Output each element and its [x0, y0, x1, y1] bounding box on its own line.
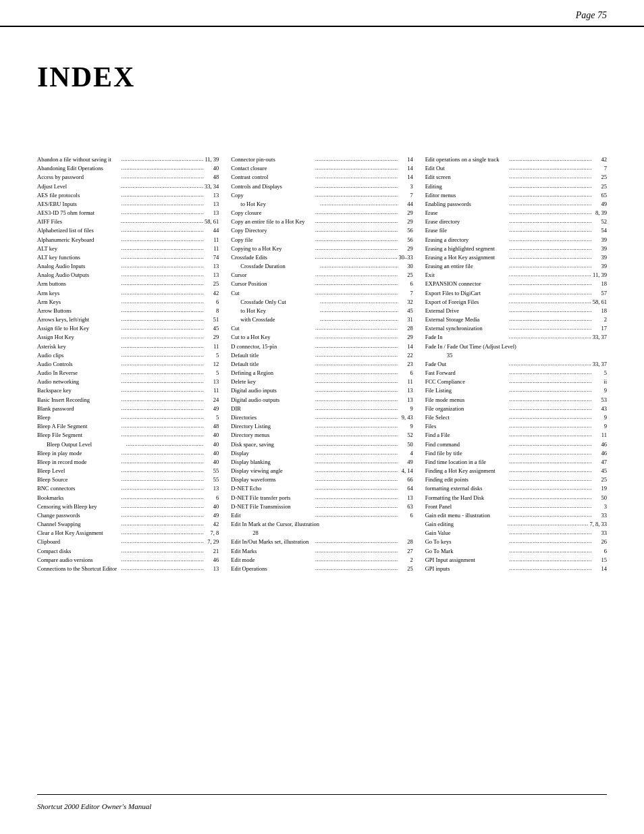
- entry-text: Audio Controls: [37, 360, 120, 369]
- list-item: Compact disks ..........................…: [37, 547, 219, 556]
- list-item: Edit In Mark at the Cursor, illustration: [231, 520, 412, 529]
- list-item: Adjust Level ...........................…: [37, 182, 219, 191]
- entry-page: 52: [593, 217, 607, 226]
- entry-dots: ........................................…: [122, 200, 205, 209]
- entry-text: AES file protocols: [37, 191, 120, 200]
- entry-dots: ........................................…: [122, 405, 205, 413]
- entry-dots: ........................................…: [509, 431, 592, 440]
- list-item: Front Panel ............................…: [425, 502, 607, 511]
- entry-dots: ........................................…: [122, 280, 205, 288]
- entry-page: 25: [593, 475, 607, 484]
- entry-page: 50: [593, 494, 607, 502]
- entry-text: Edit In/Out Marks set, illustration: [231, 538, 314, 546]
- entry-text: Edit In Mark at the Cursor, illustration: [231, 520, 412, 529]
- entry-text: Directories: [231, 413, 314, 422]
- list-item: Erasing a highlighted segment ..........…: [425, 244, 607, 253]
- entry-page: 8: [205, 307, 219, 315]
- entry-text: Channel Swapping: [37, 520, 120, 529]
- list-item: Edit Operations ........................…: [231, 565, 412, 573]
- entry-text: Defining a Region: [231, 369, 314, 377]
- entry-page: 2: [593, 315, 607, 324]
- entry-page: 13: [205, 271, 219, 280]
- list-item: External synchronization ...............…: [425, 324, 607, 333]
- entry-dots: ........................................…: [122, 262, 205, 271]
- entry-page: 13: [205, 484, 219, 493]
- entry-page: 31: [400, 315, 413, 324]
- entry-text: Default title: [231, 360, 314, 369]
- list-item: Erase directory ........................…: [425, 217, 607, 226]
- entry-text: File mode menus: [425, 396, 508, 405]
- entry-text: Connections to the Shortcut Editor: [37, 565, 120, 573]
- entry-dots: ........................................…: [122, 458, 205, 467]
- entry-text: Copying to a Hot Key: [231, 244, 314, 253]
- entry-page: 44: [205, 226, 219, 235]
- entry-text: AIFF Files: [37, 217, 119, 226]
- entry-dots: ........................................…: [122, 253, 205, 262]
- entry-page: 13: [205, 565, 219, 573]
- entry-page: 43: [593, 405, 607, 413]
- entry-page: ii: [593, 377, 607, 386]
- entry-text: Bleep Output Level: [47, 440, 125, 449]
- entry-dots: ........................................…: [126, 440, 205, 449]
- list-item: Finding edit points ....................…: [425, 475, 607, 484]
- list-item: GPI Input assignment ...................…: [425, 556, 607, 565]
- list-item: Editor menus ...........................…: [425, 191, 607, 200]
- entry-text: Copy file: [231, 236, 314, 244]
- entry-text: Abandoning Edit Operations: [37, 164, 120, 173]
- entry-dots: ........................................…: [509, 405, 592, 413]
- entry-dots: ........................................…: [315, 360, 398, 369]
- entry-page: 11: [400, 377, 413, 386]
- list-item: Erasing a Hot Key assignment ...........…: [425, 253, 607, 262]
- entry-page: 2: [400, 556, 413, 565]
- entry-page: 40: [205, 164, 219, 173]
- entry-dots: ........................................…: [509, 529, 592, 538]
- entry-dots: ........................................…: [122, 413, 205, 422]
- list-item: ALT key functions ......................…: [37, 253, 219, 262]
- entry-text: Arrow Buttons: [37, 307, 120, 315]
- entry-dots: ........................................…: [509, 511, 592, 520]
- entry-dots: ........................................…: [122, 342, 205, 351]
- entry-page: 39: [593, 262, 607, 271]
- entry-dots: ........................................…: [509, 422, 592, 431]
- entry-text: Access by password: [37, 173, 120, 182]
- entry-dots: ........................................…: [315, 182, 398, 191]
- list-item: Arrows keys, left/right ................…: [37, 315, 219, 324]
- list-item: Channel Swapping .......................…: [37, 520, 219, 529]
- entry-text: Go To keys: [425, 538, 508, 546]
- list-item: Edit screen ............................…: [425, 173, 607, 182]
- entry-text: Digital audio inputs: [231, 386, 314, 395]
- entry-dots: ........................................…: [121, 155, 203, 164]
- entry-dots: ........................................…: [315, 538, 398, 546]
- entry-text: Analog Audio Outputs: [37, 271, 120, 280]
- list-item: Files ..................................…: [425, 422, 607, 431]
- entry-text: Analog Audio Inputs: [37, 262, 120, 271]
- entry-text: Finding edit points: [425, 475, 508, 484]
- entry-dots: ........................................…: [315, 236, 398, 244]
- entry-page: 39: [593, 236, 607, 244]
- list-item: Exit ...................................…: [425, 271, 607, 280]
- list-item: Gain Value .............................…: [425, 529, 607, 538]
- list-item: Connector pin-outs .....................…: [231, 155, 412, 164]
- list-item: Asterisk key ...........................…: [37, 342, 219, 351]
- list-item: 28: [231, 529, 412, 538]
- entry-dots: ........................................…: [509, 556, 592, 565]
- entry-text: Editing: [425, 182, 508, 191]
- entry-page: 24: [205, 396, 219, 405]
- entry-dots: ........................................…: [509, 236, 592, 244]
- entry-page: 11: [205, 342, 219, 351]
- list-item: Edit operations on a single track ......…: [425, 155, 607, 164]
- list-item: Find a File ............................…: [425, 431, 607, 440]
- entry-dots: ........................................…: [315, 342, 398, 351]
- list-item: Copy ...................................…: [231, 191, 412, 200]
- entry-text: Find time location in a file: [425, 458, 508, 467]
- footer-text: Shortcut 2000 Editor Owner's Manual: [37, 802, 151, 810]
- entry-page: 25: [205, 280, 219, 288]
- entry-text: Bleep Source: [37, 475, 120, 484]
- entry-page: 13: [205, 200, 219, 209]
- entry-text: Contact closure: [231, 164, 314, 173]
- entry-dots: ........................................…: [122, 467, 205, 475]
- entry-text: External Storage Media: [425, 315, 508, 324]
- entry-page: 65: [593, 191, 607, 200]
- entry-page: 12: [205, 360, 219, 369]
- entry-page: 13: [400, 386, 413, 395]
